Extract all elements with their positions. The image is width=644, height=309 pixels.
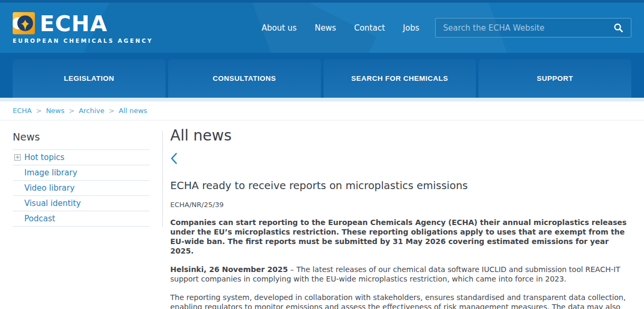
- breadcrumb-separator: >: [69, 107, 75, 115]
- top-nav-jobs[interactable]: Jobs: [403, 23, 419, 33]
- article-dateline: Helsinki, 26 November 2025: [170, 265, 288, 274]
- tab-label: LEGISLATION: [64, 74, 114, 82]
- site-search: [435, 18, 631, 38]
- echa-logo[interactable]: ECHA EUROPEAN CHEMICALS AGENCY: [13, 12, 153, 44]
- breadcrumb-archive[interactable]: Archive: [79, 107, 105, 115]
- article-paragraph: The reporting system, developed in colla…: [170, 293, 631, 309]
- content-area: News + Hot topics Image library Video li…: [0, 120, 644, 309]
- breadcrumb-echa[interactable]: ECHA: [13, 107, 32, 115]
- breadcrumb-separator: >: [109, 107, 115, 115]
- tab-label: CONSULTATIONS: [213, 74, 276, 82]
- divider-strip: [0, 98, 644, 101]
- tab-label: SEARCH FOR CHEMICALS: [351, 74, 448, 82]
- sidebar-nav: + Hot topics Image library Video library…: [13, 149, 150, 227]
- top-nav: About us News Contact Jobs: [262, 23, 419, 33]
- article-title: ECHA ready to receive reports on micropl…: [170, 180, 631, 192]
- echa-website-page: ECHA EUROPEAN CHEMICALS AGENCY About us …: [0, 0, 644, 309]
- sidebar-item-video-library[interactable]: Video library: [13, 181, 150, 196]
- breadcrumb-all-news[interactable]: All news: [118, 107, 147, 115]
- search-icon: [613, 23, 623, 33]
- sidebar-item-label: Image library: [24, 168, 77, 177]
- breadcrumb-separator: >: [36, 107, 42, 115]
- main-content: All news ECHA ready to receive reports o…: [163, 120, 644, 309]
- page-title: All news: [170, 128, 631, 144]
- top-nav-contact[interactable]: Contact: [354, 23, 385, 33]
- search-button[interactable]: [608, 18, 629, 37]
- brand-tagline: EUROPEAN CHEMICALS AGENCY: [13, 38, 153, 44]
- search-input[interactable]: [436, 18, 631, 37]
- echa-logo-mark-icon: [13, 12, 35, 34]
- sidebar-item-label: Video library: [24, 183, 75, 193]
- tab-support[interactable]: SUPPORT: [479, 59, 631, 98]
- article-reference: ECHA/NR/25/39: [170, 201, 631, 209]
- tab-legislation[interactable]: LEGISLATION: [13, 59, 165, 98]
- sidebar-item-label: Podcast: [24, 214, 55, 223]
- top-nav-about-us[interactable]: About us: [262, 23, 297, 33]
- breadcrumb: ECHA > News > Archive > All news: [0, 101, 644, 120]
- tab-label: SUPPORT: [537, 74, 573, 82]
- back-button[interactable]: [170, 152, 178, 165]
- brand-name: ECHA: [40, 13, 107, 34]
- sidebar-item-label: Visual identity: [24, 199, 81, 208]
- sidebar-item-hot-topics[interactable]: + Hot topics: [13, 150, 150, 165]
- site-header: ECHA EUROPEAN CHEMICALS AGENCY About us …: [0, 0, 644, 53]
- back-chevron-icon: [170, 152, 178, 165]
- article-lead-paragraph: Companies can start reporting to the Eur…: [170, 218, 631, 256]
- sidebar-title: News: [13, 131, 162, 143]
- expand-plus-icon[interactable]: +: [14, 154, 21, 161]
- sidebar-item-label: Hot topics: [24, 153, 65, 162]
- primary-nav-band: LEGISLATION CONSULTATIONS SEARCH FOR CHE…: [0, 53, 644, 98]
- sidebar-item-podcast[interactable]: Podcast: [13, 211, 150, 227]
- sidebar: News + Hot topics Image library Video li…: [0, 120, 163, 227]
- tab-search-for-chemicals[interactable]: SEARCH FOR CHEMICALS: [324, 59, 476, 98]
- sidebar-item-visual-identity[interactable]: Visual identity: [13, 196, 150, 211]
- top-nav-news[interactable]: News: [315, 23, 336, 33]
- article-paragraph: Helsinki, 26 November 2025 – The latest …: [170, 265, 631, 284]
- sidebar-item-image-library[interactable]: Image library: [13, 165, 150, 181]
- tab-consultations[interactable]: CONSULTATIONS: [168, 59, 321, 98]
- breadcrumb-news[interactable]: News: [46, 107, 65, 115]
